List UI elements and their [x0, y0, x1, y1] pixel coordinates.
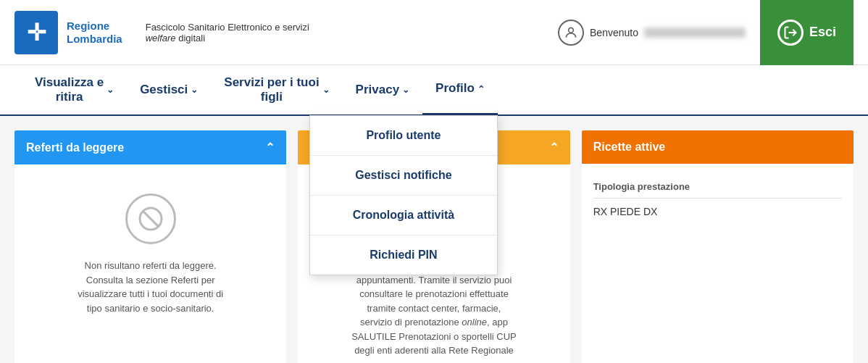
user-name-blurred — [644, 28, 746, 38]
nav-label-visualizza: Visualizza eritira — [35, 75, 104, 105]
logo-text: Regione Lombardia — [67, 20, 122, 46]
card-ricette: Ricette attive Tipologia prestazione RX … — [582, 130, 854, 363]
logo-region-line2: Lombardia — [67, 33, 122, 46]
card-chevron-appuntamenti: ⌃ — [549, 141, 559, 154]
benvenuto-label: Benvenuto — [590, 27, 638, 38]
nav-item-privacy[interactable]: Privacy ⌄ — [343, 64, 423, 115]
nav-item-visualizza[interactable]: Visualizza eritira ⌄ — [22, 64, 127, 115]
dropdown-item-gestisci-notifiche[interactable]: Gestisci notifiche — [310, 156, 497, 196]
exit-label: Esci — [809, 25, 836, 40]
card-title-referti: Referti da leggere — [26, 141, 124, 154]
nav-chevron-servizi: ⌄ — [322, 85, 330, 95]
nav-label-profilo: Profilo — [435, 81, 475, 96]
card-table-row-1: RX PIEDE DX — [593, 199, 842, 225]
nav-chevron-privacy: ⌄ — [402, 85, 409, 95]
nav-label-privacy: Privacy — [356, 83, 400, 97]
nav-item-servizi[interactable]: Servizi per i tuoifigli ⌄ — [211, 64, 342, 115]
logo-cross-icon: ✛ — [27, 21, 46, 44]
nav-label-gestisci: Gestisci — [140, 83, 188, 97]
user-icon — [558, 20, 584, 46]
svg-line-3 — [143, 211, 158, 226]
card-chevron-referti: ⌃ — [265, 141, 275, 154]
exit-icon — [777, 20, 804, 46]
card-body-referti: Non risultano referti da leggere. Consul… — [14, 164, 286, 330]
card-body-ricette: Tipologia prestazione RX PIEDE DX — [582, 164, 854, 323]
card-title-ricette: Ricette attive — [593, 141, 666, 154]
card-header-referti: Referti da leggere ⌃ — [14, 130, 286, 164]
nav-chevron-profilo: ⌃ — [477, 84, 485, 94]
dropdown-item-cronologia[interactable]: Cronologia attività — [310, 196, 497, 235]
subtitle-digitali: digitali — [176, 33, 205, 43]
logo-subtitle: Fascicolo Sanitario Elettronico e serviz… — [146, 22, 309, 43]
nav-chevron-visualizza: ⌄ — [107, 85, 114, 95]
user-area: Benvenuto — [558, 20, 746, 46]
nav-label-servizi: Servizi per i tuoifigli — [224, 75, 319, 105]
exit-button[interactable]: Esci — [760, 0, 854, 65]
card-header-ricette: Ricette attive — [582, 130, 854, 164]
card-table-ricette: Tipologia prestazione RX PIEDE DX — [593, 175, 842, 225]
card-referti: Referti da leggere ⌃ Non risultano refer… — [14, 130, 286, 363]
dropdown-item-richiedi-pin[interactable]: Richiedi PIN — [310, 235, 497, 275]
logo-icon: ✛ — [14, 11, 58, 54]
nav-chevron-gestisci: ⌄ — [191, 85, 198, 95]
profilo-dropdown: Profilo utente Gestisci notifiche Cronol… — [309, 115, 498, 275]
nav-item-gestisci[interactable]: Gestisci ⌄ — [127, 64, 211, 115]
logo-area: ✛ Regione Lombardia Fascicolo Sanitario … — [14, 11, 309, 54]
dropdown-item-profilo-utente[interactable]: Profilo utente — [310, 116, 497, 156]
card-table-header-ricette: Tipologia prestazione — [593, 175, 842, 199]
nav-item-profilo[interactable]: Profilo ⌃ Profilo utente Gestisci notifi… — [422, 64, 498, 115]
header: ✛ Regione Lombardia Fascicolo Sanitario … — [0, 0, 868, 65]
empty-icon-referti — [125, 193, 176, 244]
navbar: Visualizza eritira ⌄ Gestisci ⌄ Servizi … — [0, 65, 868, 116]
subtitle-line1: Fascicolo Sanitario Elettronico e serviz… — [146, 22, 309, 33]
subtitle-welfare: welfare — [146, 33, 176, 43]
logo-region-line1: Regione — [67, 20, 122, 33]
svg-point-0 — [569, 28, 574, 33]
card-empty-text-referti: Non risultano referti da leggere. Consul… — [78, 259, 223, 315]
